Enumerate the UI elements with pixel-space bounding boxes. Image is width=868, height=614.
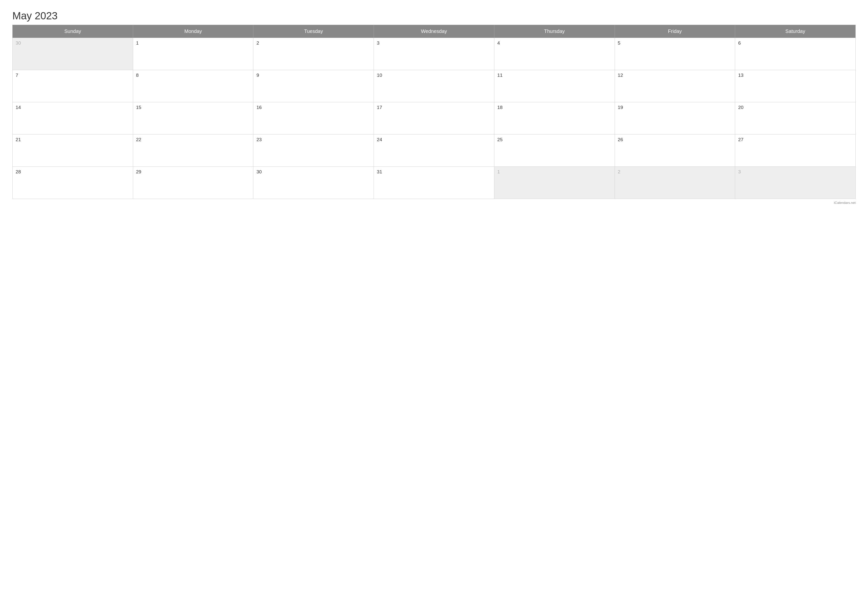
calendar-day[interactable]: 29 xyxy=(133,167,253,199)
calendar-day[interactable]: 11 xyxy=(494,70,615,102)
calendar-day[interactable]: 25 xyxy=(494,135,615,167)
calendar-day[interactable]: 30 xyxy=(253,167,374,199)
calendar-day[interactable]: 13 xyxy=(735,70,856,102)
day-header-thursday: Thursday xyxy=(494,25,615,38)
calendar-week-3: 14151617181920 xyxy=(12,102,856,135)
calendar-day[interactable]: 27 xyxy=(735,135,856,167)
calendar-day[interactable]: 1 xyxy=(133,38,253,70)
calendar-day[interactable]: 23 xyxy=(253,135,374,167)
calendar-day[interactable]: 3 xyxy=(374,38,494,70)
calendar-day[interactable]: 22 xyxy=(133,135,253,167)
calendar-day[interactable]: 2 xyxy=(615,167,735,199)
calendar-day[interactable]: 17 xyxy=(374,102,494,135)
header-row: SundayMondayTuesdayWednesdayThursdayFrid… xyxy=(12,25,856,38)
calendar-day[interactable]: 1 xyxy=(494,167,615,199)
calendar-day[interactable]: 6 xyxy=(735,38,856,70)
calendar-day[interactable]: 28 xyxy=(12,167,133,199)
calendar-week-2: 78910111213 xyxy=(12,70,856,102)
calendar-table: SundayMondayTuesdayWednesdayThursdayFrid… xyxy=(12,25,856,199)
calendar-day[interactable]: 19 xyxy=(615,102,735,135)
calendar-day[interactable]: 15 xyxy=(133,102,253,135)
calendar-week-1: 30123456 xyxy=(12,38,856,70)
calendar-day[interactable]: 24 xyxy=(374,135,494,167)
day-header-monday: Monday xyxy=(133,25,253,38)
day-header-tuesday: Tuesday xyxy=(253,25,374,38)
day-header-sunday: Sunday xyxy=(12,25,133,38)
calendar-day[interactable]: 3 xyxy=(735,167,856,199)
calendar-day[interactable]: 12 xyxy=(615,70,735,102)
calendar-day[interactable]: 14 xyxy=(12,102,133,135)
calendar-day[interactable]: 21 xyxy=(12,135,133,167)
day-header-friday: Friday xyxy=(615,25,735,38)
calendar-footer: iCalendars.net xyxy=(12,201,856,205)
calendar-day[interactable]: 7 xyxy=(12,70,133,102)
calendar-day[interactable]: 9 xyxy=(253,70,374,102)
calendar-day[interactable]: 30 xyxy=(12,38,133,70)
calendar-day[interactable]: 2 xyxy=(253,38,374,70)
calendar-day[interactable]: 16 xyxy=(253,102,374,135)
day-header-wednesday: Wednesday xyxy=(374,25,494,38)
calendar-day[interactable]: 4 xyxy=(494,38,615,70)
calendar-day[interactable]: 26 xyxy=(615,135,735,167)
calendar-day[interactable]: 20 xyxy=(735,102,856,135)
calendar-title: May 2023 xyxy=(12,10,856,22)
calendar-week-4: 21222324252627 xyxy=(12,135,856,167)
calendar-week-5: 28293031123 xyxy=(12,167,856,199)
calendar-day[interactable]: 8 xyxy=(133,70,253,102)
day-header-saturday: Saturday xyxy=(735,25,856,38)
calendar-day[interactable]: 10 xyxy=(374,70,494,102)
calendar-day[interactable]: 18 xyxy=(494,102,615,135)
calendar-day[interactable]: 31 xyxy=(374,167,494,199)
calendar-day[interactable]: 5 xyxy=(615,38,735,70)
